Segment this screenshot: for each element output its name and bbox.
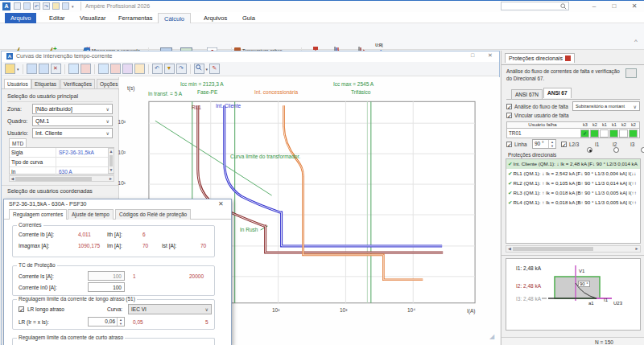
curva-combo[interactable]: IEC VI∨ <box>128 304 212 314</box>
grid-hscrollbar[interactable]: ◀ ► <box>9 175 114 182</box>
tab-guia[interactable]: Guia <box>237 13 261 24</box>
radio-i3-label[interactable]: I3 <box>630 142 634 149</box>
save-all-icon[interactable] <box>39 64 49 74</box>
undo-icon[interactable]: ↶ <box>33 2 40 10</box>
int-cliente-curve-label[interactable]: Int. Cliente <box>216 103 241 109</box>
close-window-button[interactable]: ✕ <box>485 52 496 59</box>
undo-icon[interactable]: ↶ <box>152 64 163 74</box>
resize-grip-icon[interactable]: ◢ <box>489 333 494 340</box>
collapse-ribbon-icon[interactable]: ^ <box>634 38 638 45</box>
k2-cell[interactable] <box>619 129 628 138</box>
quadro-combo[interactable]: QM.1∨ <box>32 116 113 126</box>
minimize-button[interactable]: – <box>588 2 601 11</box>
k2-cell[interactable] <box>629 129 638 138</box>
vincular-label[interactable]: Vincular usuário de falta <box>514 113 568 120</box>
k1-cell[interactable] <box>600 129 609 138</box>
edit-icon[interactable]: ✎ <box>209 64 220 74</box>
qat-window-icon[interactable] <box>14 2 21 10</box>
zoom-icon[interactable] <box>194 64 204 74</box>
tab-protecoes-direcionais[interactable]: Proteções direcionais <box>505 53 575 63</box>
scroll-thumb[interactable] <box>513 247 593 251</box>
zona-combo[interactable]: [Não atribuído]∨ <box>32 104 113 114</box>
redo-icon[interactable]: ↷ <box>176 64 187 74</box>
k3-cell-checked[interactable]: ✓ <box>580 129 589 138</box>
scroll-thumb[interactable] <box>15 177 92 181</box>
list-item[interactable]: ✔RL4 (QM.1): ↑ Ik = 0,018 kA [B↑ 90 ° L1… <box>506 198 640 207</box>
mtd-grid[interactable]: SiglaSF2-36-31,5kA Tipo de curva In630 A <box>9 147 114 175</box>
tab-regulagem-correntes[interactable]: Regulagem correntes <box>9 209 67 220</box>
scroll-down-icon[interactable]: ▼ <box>109 167 114 173</box>
qat-book-icon[interactable] <box>52 2 60 10</box>
list-item[interactable]: ✔RL3 (QM.1): ↑ Ik = 0,018 kA [B↑ 90 ° L1… <box>506 188 640 198</box>
list-item[interactable]: ✔Int. Cliente (QM.1): ↓ Ik = 2,48 kA [F↓… <box>506 159 640 169</box>
is-input[interactable]: 100 <box>88 271 125 281</box>
close-button[interactable]: ✕ <box>628 2 641 11</box>
spin-down-icon[interactable]: ▼ <box>549 144 555 148</box>
open-icon[interactable] <box>5 64 15 74</box>
spinner-arrows[interactable]: ▲▼ <box>117 318 124 326</box>
lr-checkbox[interactable]: ✓ <box>19 306 24 312</box>
restore-window-button[interactable]: □ <box>467 52 478 58</box>
close-chart-icon[interactable]: ✕ <box>51 64 61 74</box>
tab-codigos-rele[interactable]: Códigos do Relé de proteção <box>115 209 191 220</box>
grid-row[interactable]: SiglaSF2-36-31,5kA <box>10 148 114 158</box>
tab-ajuste-tempo[interactable]: Ajuste de tempo <box>68 209 114 220</box>
save-icon[interactable] <box>27 64 37 74</box>
lr-spinner[interactable]: 0,06 ▲▼ <box>88 317 125 327</box>
scroll-right-icon[interactable]: ► <box>634 246 640 252</box>
radio-i1[interactable] <box>587 147 592 153</box>
report-table-settings-icon[interactable] <box>110 64 121 74</box>
image-icon[interactable] <box>134 64 145 74</box>
fluxo-falta-checkbox[interactable]: ✓ <box>506 104 512 109</box>
l23-label[interactable]: L2/3 <box>569 142 579 149</box>
open-dropdown-icon[interactable]: ▾ <box>17 67 19 72</box>
dock-close-icon[interactable] <box>565 55 571 61</box>
report-table-icon[interactable] <box>98 64 109 74</box>
tab-arquivo[interactable]: Arquivo <box>5 13 36 24</box>
subtransitorio-combo[interactable]: Subtransitório a montant∨ <box>572 101 640 111</box>
fluxo-falta-label[interactable]: Análise do fluxo de falta <box>514 104 568 111</box>
radio-i1-label[interactable]: I1 <box>595 142 599 149</box>
spin-down-icon[interactable]: ▼ <box>118 322 124 326</box>
scroll-left-icon[interactable]: ◀ <box>506 246 513 252</box>
l23-checkbox[interactable]: ✓ <box>561 142 567 147</box>
scroll-left-icon[interactable]: ◀ <box>10 176 15 182</box>
lr-check-label[interactable]: LR longo atraso <box>27 306 64 312</box>
linha-checkbox[interactable]: ✓ <box>506 142 512 147</box>
tab-ferramentas[interactable]: Ferramentas <box>113 13 159 24</box>
redo-icon[interactable]: ↷ <box>43 2 50 10</box>
spinner-arrows[interactable]: ▲▼ <box>548 140 555 148</box>
linha-label[interactable]: Linha <box>514 142 526 149</box>
report-icon[interactable] <box>625 68 637 78</box>
qat-save-icon[interactable] <box>23 2 31 10</box>
list-item[interactable]: ✔RL2 (QM.1): ↑ Ik = 0,105 kA [B↑ 90 ° L1… <box>506 179 640 188</box>
maximize-button[interactable]: □ <box>608 2 621 11</box>
list-hscrollbar[interactable]: ◀ ► <box>506 245 641 253</box>
vincular-checkbox[interactable]: ✓ <box>506 113 512 118</box>
usuario-combo[interactable]: Int. Cliente∨ <box>32 128 113 138</box>
radio-i3[interactable] <box>641 147 644 153</box>
directional-results-list[interactable]: ✔Int. Cliente (QM.1): ↓ Ik = 2,48 kA [F↓… <box>506 158 641 244</box>
filter-icon[interactable]: ▼ <box>164 64 175 74</box>
k2-cell[interactable] <box>590 129 599 138</box>
scroll-thumb[interactable] <box>109 155 113 166</box>
tab-editar[interactable]: Editar <box>43 13 71 24</box>
tab-visualizar[interactable]: Visualizar <box>74 13 111 24</box>
qat-dropdown-icon[interactable]: ▾ <box>72 4 74 9</box>
tab-arquivos[interactable]: Arquivos <box>198 13 233 24</box>
in0-input[interactable]: 100 <box>88 282 125 292</box>
gallery-icon[interactable] <box>122 64 133 74</box>
list-item[interactable]: ✔RL1 (QM.1): ↓ Ik = 2,542 kA [F↓ 90 ° L1… <box>506 169 640 179</box>
tab-ansi-67[interactable]: ANSI 67 <box>543 88 572 98</box>
qat-grid-icon[interactable] <box>62 2 69 10</box>
rl1-curve-label[interactable]: RL1 <box>192 105 201 110</box>
grid-row[interactable]: Tipo de curva <box>10 158 114 167</box>
int-concessionaria-label[interactable]: Int. concessionária <box>254 89 298 95</box>
table-red-icon[interactable] <box>80 64 91 74</box>
dialog-close-button[interactable]: ✕ <box>218 200 224 207</box>
table-blue-icon[interactable] <box>68 64 79 74</box>
zoom-dropdown-icon[interactable]: ▾ <box>206 67 208 72</box>
k1-cell[interactable] <box>609 129 618 138</box>
search-input[interactable] <box>501 2 569 10</box>
radio-i2-label[interactable]: I2 <box>613 142 617 149</box>
